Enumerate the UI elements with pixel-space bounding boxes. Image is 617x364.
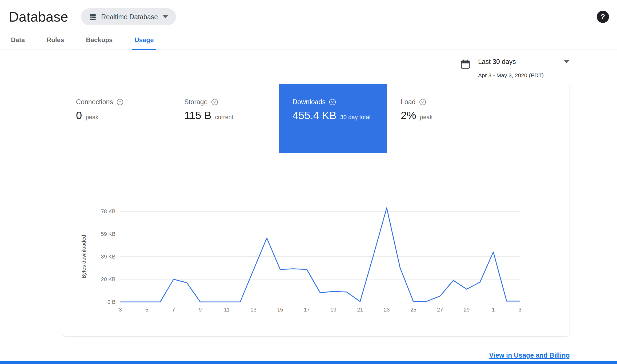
database-selector-label: Realtime Database	[101, 13, 158, 21]
metric-connections[interactable]: Connections ? 0 peak	[62, 84, 170, 153]
svg-text:27: 27	[437, 307, 443, 313]
date-range-row: Last 30 days Apr 3 - May 3, 2020 (PDT)	[0, 57, 617, 79]
svg-text:15: 15	[277, 307, 283, 313]
svg-text:3: 3	[518, 307, 521, 313]
view-usage-and-billing-link[interactable]: View in Usage and Billing	[489, 351, 570, 359]
metric-label: Storage	[184, 98, 208, 106]
metric-suffix: current	[215, 114, 233, 121]
metric-suffix: peak	[86, 114, 98, 121]
chevron-down-icon	[564, 60, 569, 63]
help-icon[interactable]: ?	[211, 99, 218, 105]
metric-load[interactable]: Load ? 2% peak	[387, 84, 495, 153]
tab-backups[interactable]: Backups	[84, 33, 115, 50]
svg-text:0 B: 0 B	[107, 299, 115, 305]
help-button[interactable]: ?	[597, 11, 609, 23]
svg-text:Bytes downloaded: Bytes downloaded	[81, 235, 87, 278]
svg-text:21: 21	[357, 307, 363, 313]
metric-suffix: 30 day total	[340, 114, 371, 121]
svg-text:3: 3	[119, 307, 122, 313]
svg-text:39 KB: 39 KB	[101, 254, 115, 260]
svg-text:59 KB: 59 KB	[101, 231, 115, 237]
svg-text:25: 25	[410, 307, 416, 313]
metric-label: Downloads	[293, 98, 326, 106]
usage-card: Connections ? 0 peak Storage ? 115 B cur…	[62, 84, 570, 337]
svg-text:19: 19	[330, 307, 336, 313]
svg-text:13: 13	[251, 307, 257, 313]
metric-tabs: Connections ? 0 peak Storage ? 115 B cur…	[62, 84, 570, 153]
svg-text:11: 11	[224, 307, 230, 313]
tab-usage[interactable]: Usage	[132, 33, 156, 50]
metric-downloads[interactable]: Downloads ? 455.4 KB 30 day total	[279, 84, 387, 153]
database-icon	[89, 13, 97, 21]
svg-text:9: 9	[199, 307, 202, 313]
help-icon: ?	[601, 13, 605, 21]
metric-label: Connections	[76, 98, 113, 106]
help-icon[interactable]: ?	[117, 99, 123, 105]
metric-value: 115 B	[184, 110, 211, 122]
svg-text:17: 17	[304, 307, 310, 313]
page-header: Database Realtime Database ?	[0, 0, 617, 28]
svg-text:7: 7	[172, 307, 175, 313]
chevron-down-icon	[163, 15, 168, 18]
help-icon[interactable]: ?	[419, 99, 426, 105]
svg-text:1: 1	[492, 307, 495, 313]
help-icon[interactable]: ?	[329, 99, 336, 105]
svg-text:23: 23	[384, 307, 390, 313]
metric-storage[interactable]: Storage ? 115 B current	[170, 84, 279, 153]
svg-text:78 KB: 78 KB	[101, 208, 115, 214]
footer-accent-bar	[0, 361, 617, 364]
metric-label: Load	[401, 98, 416, 106]
database-selector[interactable]: Realtime Database	[81, 8, 176, 25]
metric-value: 2%	[401, 110, 416, 122]
svg-text:20 KB: 20 KB	[101, 276, 115, 282]
svg-text:5: 5	[145, 307, 148, 313]
calendar-icon	[460, 59, 471, 71]
tab-data[interactable]: Data	[9, 33, 27, 50]
metric-value: 0	[76, 110, 82, 122]
date-range-label: Last 30 days	[478, 58, 516, 66]
svg-text:29: 29	[464, 307, 470, 313]
tab-bar: Data Rules Backups Usage	[0, 33, 617, 50]
date-range-subtitle: Apr 3 - May 3, 2020 (PDT)	[478, 72, 570, 79]
tab-rules[interactable]: Rules	[45, 33, 66, 50]
metric-value: 455.4 KB	[293, 110, 336, 122]
link-row: View in Usage and Billing	[0, 351, 617, 359]
date-range-selector[interactable]: Last 30 days Apr 3 - May 3, 2020 (PDT)	[478, 57, 570, 79]
metric-suffix: peak	[420, 114, 433, 121]
page-title: Database	[9, 9, 68, 25]
